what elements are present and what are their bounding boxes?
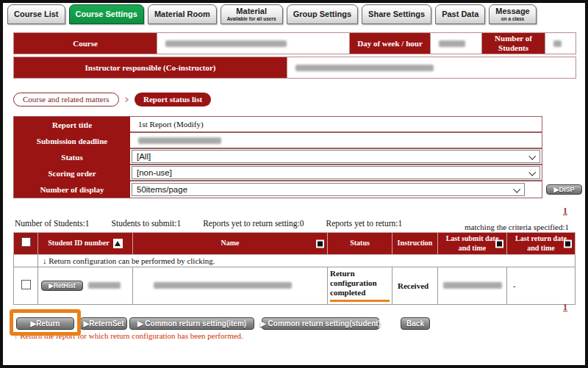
stat-reports-yet-to-return: Reports yet to return:1	[326, 219, 403, 228]
redacted-count	[553, 40, 562, 47]
scoring-selected-value: [non-use]	[137, 168, 172, 177]
common-return-setting-item-button[interactable]: ▶ Common return setting(item)	[129, 317, 254, 330]
filter-values-column: 1st Report (Modify) [All] [non-use] 50it…	[130, 117, 542, 198]
stat-matching-criteria: matching the criteria specified:1	[465, 223, 569, 231]
redacted-day	[439, 40, 465, 47]
disp-button[interactable]: ▶DISP	[546, 184, 582, 195]
name-header-cell: Name	[133, 233, 328, 255]
course-info-row: Course Day of week / hour Number of Stud…	[13, 32, 576, 54]
tab-label: Material Room	[154, 10, 210, 19]
day-of-week-value	[431, 33, 482, 54]
tab-material-room[interactable]: Material Room	[148, 4, 217, 24]
status-cell[interactable]: Return configuration completed	[328, 267, 392, 305]
filled-square-glyph	[497, 241, 502, 246]
submission-deadline-value-row	[130, 133, 542, 149]
back-button[interactable]: Back	[401, 317, 430, 330]
tab-bar: Course List Course Settings Material Roo…	[7, 4, 537, 24]
orange-highlight-underline	[330, 300, 390, 302]
stat-reports-yet-return-setting: Reports yet to return setting:0	[203, 219, 304, 228]
breadcrumb: Course and related matters > Report stat…	[13, 93, 211, 107]
redacted-student-id	[88, 282, 121, 289]
select-all-header-cell	[14, 233, 38, 255]
filter-labels-column: Report title Submission deadline Status …	[14, 117, 130, 198]
number-of-display-select[interactable]: 50items/page	[132, 183, 525, 196]
last-return-column-toggle-icon[interactable]	[564, 239, 572, 248]
instructor-value	[287, 57, 576, 78]
filled-square-glyph	[565, 241, 570, 246]
student-id-header-label: Student ID number	[48, 239, 109, 248]
report-filter-table: Report title Submission deadline Status …	[13, 116, 542, 198]
last-submit-header-cell: Last submit date and time	[438, 233, 507, 255]
last-submit-column-toggle-icon[interactable]	[495, 239, 503, 248]
tab-group-settings[interactable]: Group Settings	[287, 4, 358, 24]
note-empty-cell	[14, 255, 38, 267]
last-return-header-label: Last return date and time	[514, 234, 567, 253]
redacted-course-name	[165, 40, 287, 47]
page-number-link-top[interactable]: 1	[563, 206, 567, 217]
tab-course-list[interactable]: Course List	[7, 4, 65, 24]
common-return-setting-student-button[interactable]: ▶ Common return setting(student)	[262, 317, 379, 330]
status-select[interactable]: [All]	[132, 150, 540, 163]
scoring-order-select[interactable]: [non-use]	[132, 166, 540, 179]
display-selected-value: 50items/page	[137, 185, 187, 194]
tab-material[interactable]: MaterialAvailable for all users	[220, 4, 283, 24]
course-value	[157, 33, 350, 54]
breadcrumb-separator-icon: >	[125, 94, 129, 106]
tab-sublabel: Available for all users	[227, 16, 276, 21]
filled-square-glyph	[318, 241, 323, 246]
instruction-header-label: Instruction	[398, 239, 433, 247]
rethist-button[interactable]: ▶RetHist	[41, 281, 83, 291]
page-number-link-bottom[interactable]: 1	[563, 302, 567, 313]
chevron-down-icon	[513, 185, 520, 192]
redacted-student-name	[154, 282, 292, 289]
tab-past-data[interactable]: Past Data	[435, 4, 485, 24]
summary-stats: Number of Students:1 Students to submit:…	[15, 219, 402, 228]
return-button[interactable]: ▶Return	[16, 317, 74, 330]
row-select-cell	[14, 267, 38, 305]
redacted-instructor	[295, 65, 434, 71]
table-header-row: Student ID number Name Status Instructio…	[14, 233, 576, 255]
tab-course-settings[interactable]: Course Settings	[69, 4, 144, 24]
redacted-deadline	[138, 137, 221, 144]
tab-sublabel: on a class	[501, 16, 524, 21]
number-of-display-value-row: 50items/page	[130, 181, 542, 198]
instructor-label: Instructor responsible (Co-instructor)	[14, 57, 287, 78]
student-id-cell: ▶RetHist	[38, 267, 133, 305]
sort-asc-icon[interactable]	[113, 239, 123, 248]
status-value-row: [All]	[130, 149, 542, 165]
report-title-label: Report title	[14, 117, 130, 133]
tab-label: Course Settings	[76, 10, 137, 19]
select-all-checkbox[interactable]	[21, 237, 31, 247]
row-checkbox[interactable]	[21, 280, 31, 289]
stat-students-to-submit: Students to submit:1	[112, 219, 182, 228]
report-status-table: Student ID number Name Status Instructio…	[13, 232, 576, 305]
table-row: ▶RetHist Return configuration completed …	[14, 267, 576, 305]
chevron-down-icon	[528, 152, 536, 159]
last-return-header-cell: Last return date and time	[507, 233, 576, 255]
tab-label: Share Settings	[368, 10, 425, 19]
chevron-down-icon	[528, 168, 536, 176]
breadcrumb-course-related[interactable]: Course and related matters	[13, 93, 119, 107]
tab-label: Course List	[14, 10, 59, 19]
name-column-toggle-icon[interactable]	[316, 239, 324, 248]
number-of-display-label: Number of display	[14, 181, 130, 198]
tab-share-settings[interactable]: Share Settings	[362, 4, 431, 24]
tab-label: Group Settings	[293, 10, 351, 19]
status-header-label: Status	[350, 239, 370, 247]
tab-message[interactable]: Messageon a class	[489, 4, 536, 24]
last-submit-header-label: Last submit date and time	[446, 234, 499, 253]
report-title-value: 1st Report (Modify)	[132, 120, 204, 129]
app-window: Course List Course Settings Material Roo…	[0, 0, 588, 368]
status-header-cell: Status	[328, 233, 392, 255]
tab-label: Past Data	[442, 10, 478, 19]
report-title-value-row: 1st Report (Modify)	[130, 117, 542, 133]
reternset-button[interactable]: ▶ReternSet	[80, 317, 127, 330]
instructor-info-row: Instructor responsible (Co-instructor)	[13, 57, 576, 79]
stat-number-of-students: Number of Students:1	[15, 219, 90, 228]
redacted-submit-date	[443, 282, 502, 289]
instruction-header-cell: Instruction	[392, 233, 438, 255]
table-note-row: ↓ Return configuration can be performed …	[14, 255, 576, 267]
breadcrumb-report-status-list: Report status list	[135, 93, 211, 107]
last-submit-cell	[438, 267, 507, 305]
submission-deadline-label: Submission deadline	[14, 133, 130, 149]
